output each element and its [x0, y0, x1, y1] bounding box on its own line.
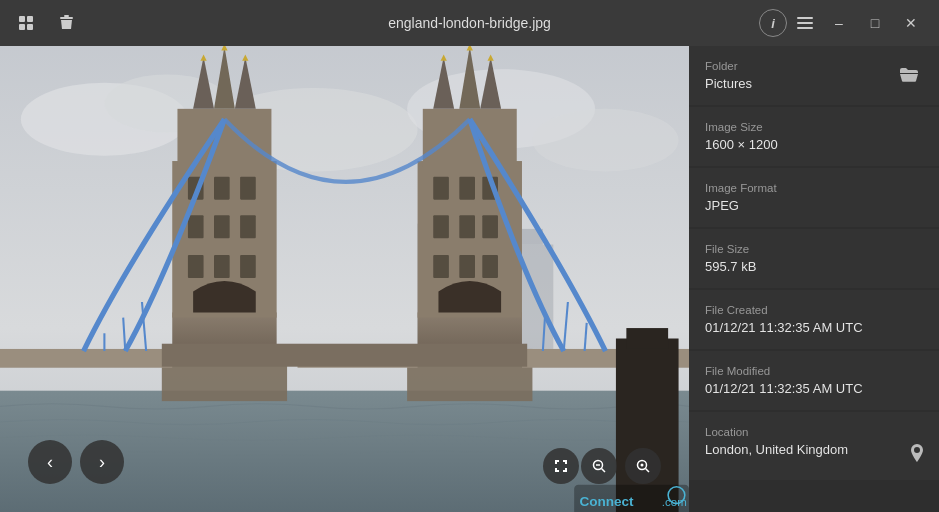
- folder-label: Folder: [705, 60, 752, 72]
- grid-icon[interactable]: [12, 9, 40, 37]
- image-toolbar: [581, 448, 661, 484]
- svg-rect-42: [459, 177, 475, 200]
- maximize-button[interactable]: □: [859, 9, 891, 37]
- svg-rect-0: [19, 16, 25, 22]
- titlebar-left: [12, 9, 80, 37]
- svg-rect-31: [177, 109, 271, 166]
- image-viewer: Connect .com ‹ ›: [0, 46, 689, 512]
- menu-button[interactable]: [791, 9, 819, 37]
- folder-open-icon: [900, 68, 918, 83]
- file-modified-section: File Modified 01/12/21 11:32:35 AM UTC: [689, 351, 939, 410]
- svg-rect-25: [188, 215, 204, 238]
- image-format-section: Image Format JPEG: [689, 168, 939, 227]
- trash-icon[interactable]: [52, 9, 80, 37]
- fullscreen-icon: [554, 459, 568, 473]
- image-format-value: JPEG: [705, 198, 923, 213]
- svg-rect-47: [433, 255, 449, 278]
- fullscreen-button[interactable]: [543, 448, 579, 484]
- file-created-label: File Created: [705, 304, 923, 316]
- image-size-value: 1600 × 1200: [705, 137, 923, 152]
- folder-section: Folder Pictures: [689, 46, 939, 105]
- svg-rect-50: [423, 109, 517, 166]
- zoom-out-button[interactable]: [581, 448, 617, 484]
- file-created-value: 01/12/21 11:32:35 AM UTC: [705, 320, 923, 335]
- svg-rect-68: [626, 328, 668, 349]
- titlebar-right: i – □ ✕: [759, 9, 927, 37]
- location-label: Location: [705, 426, 923, 438]
- zoom-reset-icon: [636, 459, 650, 473]
- svg-rect-29: [214, 255, 230, 278]
- svg-rect-41: [433, 177, 449, 200]
- main-content: Connect .com ‹ ›: [0, 46, 939, 512]
- file-size-section: File Size 595.7 kB: [689, 229, 939, 288]
- menu-line-1: [797, 17, 813, 19]
- svg-text:Connect: Connect: [579, 494, 634, 509]
- location-pin-icon[interactable]: [911, 444, 923, 466]
- minimize-button[interactable]: –: [823, 9, 855, 37]
- file-size-label: File Size: [705, 243, 923, 255]
- svg-rect-44: [433, 215, 449, 238]
- file-created-section: File Created 01/12/21 11:32:35 AM UTC: [689, 290, 939, 349]
- svg-rect-4: [64, 15, 69, 17]
- file-modified-value: 01/12/21 11:32:35 AM UTC: [705, 381, 923, 396]
- prev-button[interactable]: ‹: [28, 440, 72, 484]
- folder-header: Folder Pictures: [705, 60, 923, 91]
- svg-text:.com: .com: [662, 496, 687, 508]
- svg-rect-23: [214, 177, 230, 200]
- svg-line-78: [646, 469, 650, 473]
- svg-rect-48: [459, 255, 475, 278]
- close-button[interactable]: ✕: [895, 9, 927, 37]
- svg-line-75: [602, 469, 606, 473]
- file-modified-label: File Modified: [705, 365, 923, 377]
- window-title: england-london-bridge.jpg: [388, 15, 551, 31]
- folder-label-group: Folder Pictures: [705, 60, 752, 91]
- image-size-section: Image Size 1600 × 1200: [689, 107, 939, 166]
- svg-rect-1: [27, 16, 33, 22]
- svg-rect-2: [19, 24, 25, 30]
- svg-rect-49: [482, 255, 498, 278]
- titlebar: england-london-bridge.jpg i – □ ✕: [0, 0, 939, 46]
- info-panel: Folder Pictures Image Size 1600 × 1200 I…: [689, 46, 939, 512]
- svg-rect-45: [459, 215, 475, 238]
- menu-line-2: [797, 22, 813, 24]
- svg-rect-66: [162, 344, 527, 367]
- svg-rect-46: [482, 215, 498, 238]
- svg-rect-26: [214, 215, 230, 238]
- location-value: London, United Kingdom: [705, 442, 848, 457]
- svg-rect-5: [60, 17, 73, 19]
- map-pin-icon: [911, 444, 923, 462]
- next-button[interactable]: ›: [80, 440, 124, 484]
- zoom-reset-button[interactable]: [625, 448, 661, 484]
- location-row: London, United Kingdom: [705, 442, 923, 466]
- menu-line-3: [797, 27, 813, 29]
- svg-rect-57: [0, 349, 172, 368]
- file-size-value: 595.7 kB: [705, 259, 923, 274]
- svg-point-77: [641, 464, 644, 467]
- svg-rect-24: [240, 177, 256, 200]
- folder-value: Pictures: [705, 76, 752, 91]
- svg-rect-27: [240, 215, 256, 238]
- image-format-label: Image Format: [705, 182, 923, 194]
- svg-rect-28: [188, 255, 204, 278]
- svg-point-11: [532, 109, 678, 172]
- svg-rect-30: [240, 255, 256, 278]
- zoom-out-icon: [592, 459, 606, 473]
- open-folder-button[interactable]: [895, 62, 923, 90]
- image-size-label: Image Size: [705, 121, 923, 133]
- info-button[interactable]: i: [759, 9, 787, 37]
- svg-rect-3: [27, 24, 33, 30]
- location-section: Location London, United Kingdom: [689, 412, 939, 480]
